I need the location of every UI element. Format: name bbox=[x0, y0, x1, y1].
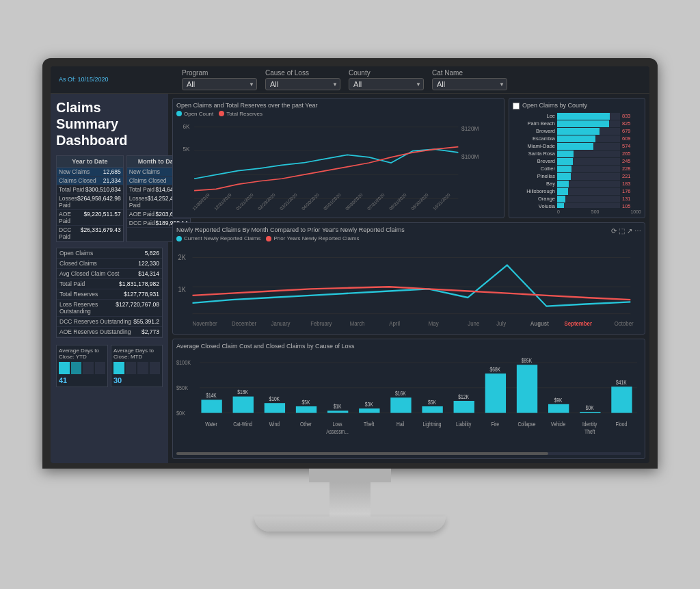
county-bar-list: Lee 833 Palm Beach 825 bbox=[513, 113, 641, 209]
svg-text:$9K: $9K bbox=[554, 396, 563, 403]
open-claims-svg: 6K 5K $120M $100M bbox=[176, 119, 500, 215]
svg-text:$3K: $3K bbox=[365, 401, 374, 408]
scrollbar-thumb bbox=[176, 452, 548, 455]
legend-dot-current bbox=[176, 236, 182, 241]
sum-label-5: Loss Reserves Outstanding bbox=[59, 301, 116, 315]
right-panel: Open Claims and Total Reserves over the … bbox=[168, 94, 649, 463]
svg-text:$100K: $100K bbox=[176, 358, 191, 366]
ytd-row-2: Total Paid $300,510,834 bbox=[57, 185, 123, 194]
sum-row-5: Loss Reserves Outstanding $127,720,767.0… bbox=[57, 300, 162, 317]
svg-text:5K: 5K bbox=[183, 146, 190, 152]
ytd-row-0: New Claims 12,685 bbox=[57, 168, 123, 176]
svg-text:$1K: $1K bbox=[334, 403, 342, 410]
svg-text:03/31/2020: 03/31/2020 bbox=[279, 192, 298, 211]
svg-text:Cat-Wind: Cat-Wind bbox=[233, 420, 252, 427]
ytd-label-0: New Claims bbox=[59, 168, 90, 175]
sum-label-7: AOE Reserves Outstanding bbox=[59, 328, 131, 335]
ytd-seg-3 bbox=[83, 362, 94, 374]
svg-text:Lightning: Lightning bbox=[422, 420, 441, 427]
ytd-value-1: 21,334 bbox=[103, 177, 121, 184]
bar-collapse bbox=[517, 365, 537, 413]
ytd-row-3: Losses Paid $264,958,642.98 bbox=[57, 194, 123, 210]
county-row-collier: Collier 228 bbox=[513, 166, 641, 172]
svg-text:$12K: $12K bbox=[458, 393, 469, 400]
chart-icon-2[interactable]: ⬚ bbox=[619, 227, 625, 235]
county-row-escambia: Escambia 609 bbox=[513, 135, 641, 142]
ytd-label-4: AOE Paid bbox=[59, 211, 83, 224]
open-claims-legend: Open Count Total Reserves bbox=[176, 111, 500, 117]
catname-select-wrapper: All bbox=[432, 78, 507, 90]
bar-hail bbox=[390, 397, 411, 413]
county-row-lee: Lee 833 bbox=[513, 113, 641, 120]
svg-text:$68K: $68K bbox=[489, 365, 500, 372]
newly-reported-chart: Newly Reported Claims By Month Compared … bbox=[172, 222, 645, 334]
svg-text:Theft: Theft bbox=[584, 428, 595, 435]
ytd-value-2: $300,510,834 bbox=[85, 186, 121, 193]
svg-text:January: January bbox=[271, 319, 291, 327]
svg-text:01/31/2020: 01/31/2020 bbox=[235, 192, 254, 211]
avg-closed-chart: Average Closed Claim Cost and Closed Cla… bbox=[172, 339, 645, 459]
bottom-scrollbar[interactable] bbox=[176, 452, 641, 455]
legend-dot-prior bbox=[266, 236, 271, 241]
mtd-seg-3 bbox=[137, 362, 148, 374]
bar-water bbox=[201, 400, 221, 413]
monitor-stand-neck bbox=[329, 482, 371, 516]
chart-icon-1[interactable]: ⟳ bbox=[611, 227, 617, 235]
svg-text:April: April bbox=[389, 319, 400, 327]
svg-text:Liability: Liability bbox=[456, 420, 471, 427]
sum-row-3: Total Paid $1,831,178,982 bbox=[57, 279, 162, 289]
svg-text:March: March bbox=[350, 319, 365, 327]
county-row-bay: Bay 183 bbox=[513, 181, 641, 187]
county-row-orange: Orange 131 bbox=[513, 196, 641, 202]
svg-text:$0K: $0K bbox=[176, 408, 185, 416]
avg-ytd-label: Average Days to Close: YTD bbox=[59, 348, 105, 360]
svg-text:$50K: $50K bbox=[176, 383, 188, 391]
chart-icon-4[interactable]: ⋯ bbox=[634, 227, 641, 235]
monitor-wrapper: As Of: 10/15/2020 Program All Cause of L… bbox=[42, 58, 658, 532]
sum-label-4: Total Reserves bbox=[59, 291, 98, 298]
avg-days-mtd: Average Days to Close: MTD 30 bbox=[111, 345, 163, 387]
svg-text:2K: 2K bbox=[178, 253, 186, 261]
newly-reported-title: Newly Reported Claims By Month Compared … bbox=[176, 226, 405, 233]
svg-text:$14K: $14K bbox=[206, 392, 217, 399]
mtd-label-4: AOE Paid bbox=[129, 211, 154, 218]
chart-icon-3[interactable]: ↗ bbox=[627, 227, 632, 235]
ytd-value-3: $264,958,642.98 bbox=[77, 195, 121, 209]
county-select[interactable]: All bbox=[349, 78, 424, 90]
sum-row-6: DCC Reserves Outstanding $55,391.2 bbox=[57, 317, 162, 327]
chart-toolbar: ⟳ ⬚ ↗ ⋯ bbox=[611, 227, 641, 235]
county-row-volusia: Volusia 105 bbox=[513, 203, 641, 209]
svg-text:September: September bbox=[565, 319, 593, 327]
monitor-bezel: As Of: 10/15/2020 Program All Cause of L… bbox=[42, 58, 658, 469]
svg-text:Loss: Loss bbox=[333, 420, 342, 427]
ytd-gauge bbox=[59, 362, 105, 374]
avg-mtd-value: 30 bbox=[113, 376, 160, 384]
ytd-row-4: AOE Paid $9,220,511.57 bbox=[57, 210, 123, 226]
cause-label: Cause of Loss bbox=[265, 69, 340, 77]
catname-select[interactable]: All bbox=[432, 78, 507, 90]
stats-tables: Year to Date New Claims 12,685 Claims Cl… bbox=[56, 155, 163, 242]
county-title: Open Claims by County bbox=[522, 102, 587, 109]
bar-loss bbox=[327, 410, 348, 413]
avg-days-ytd: Average Days to Close: YTD 41 bbox=[56, 345, 108, 387]
county-row-palm-beach: Palm Beach 825 bbox=[513, 120, 641, 127]
ytd-seg-2 bbox=[71, 362, 82, 374]
program-select[interactable]: All bbox=[182, 78, 257, 90]
county-row-santa-rosa: Santa Rosa 265 bbox=[513, 150, 641, 157]
svg-text:$0K: $0K bbox=[586, 404, 595, 410]
svg-text:Fire: Fire bbox=[492, 420, 499, 427]
svg-text:Collapse: Collapse bbox=[517, 420, 535, 427]
open-claims-chart: Open Claims and Total Reserves over the … bbox=[172, 98, 504, 219]
ytd-value-4: $9,220,511.57 bbox=[83, 211, 120, 224]
county-checkbox[interactable] bbox=[513, 103, 520, 109]
cause-select[interactable]: All bbox=[265, 78, 340, 90]
svg-text:Water: Water bbox=[205, 420, 217, 427]
top-charts-row: Open Claims and Total Reserves over the … bbox=[172, 98, 645, 219]
svg-text:$120M: $120M bbox=[461, 126, 479, 132]
cause-select-wrapper: All bbox=[265, 78, 340, 90]
sum-value-0: 5,826 bbox=[145, 250, 159, 257]
mtd-label-1: Claims Closed bbox=[129, 177, 167, 184]
svg-text:10/31/2020: 10/31/2020 bbox=[432, 192, 451, 211]
svg-text:May: May bbox=[429, 319, 439, 327]
legend-reserves-label: Total Reserves bbox=[226, 111, 262, 117]
